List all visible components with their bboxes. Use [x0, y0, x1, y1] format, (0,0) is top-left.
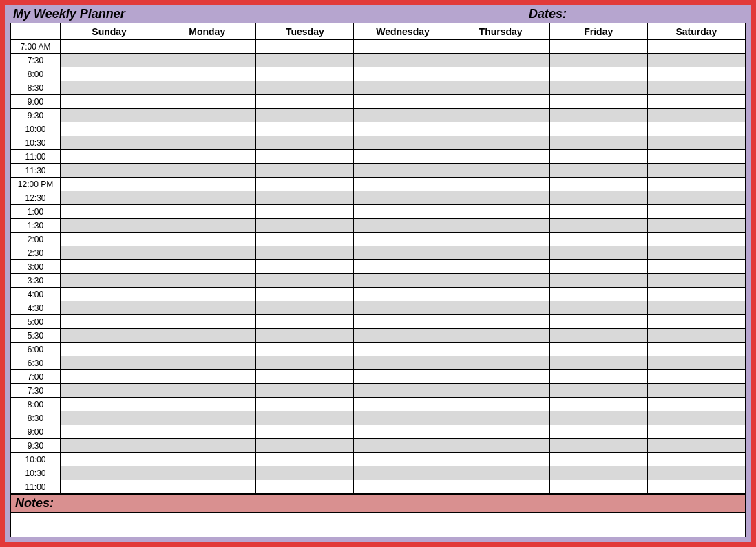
planner-cell[interactable]: [354, 81, 452, 95]
planner-cell[interactable]: [61, 480, 158, 494]
planner-cell[interactable]: [549, 233, 647, 246]
planner-cell[interactable]: [158, 480, 256, 494]
planner-cell[interactable]: [256, 136, 354, 150]
planner-cell[interactable]: [354, 219, 452, 233]
planner-cell[interactable]: [158, 205, 256, 219]
planner-cell[interactable]: [549, 40, 647, 54]
planner-cell[interactable]: [256, 384, 354, 398]
planner-cell[interactable]: [256, 246, 354, 260]
planner-cell[interactable]: [61, 219, 158, 233]
planner-cell[interactable]: [549, 205, 647, 219]
planner-cell[interactable]: [647, 384, 745, 398]
planner-cell[interactable]: [256, 219, 354, 233]
planner-cell[interactable]: [549, 164, 647, 178]
planner-cell[interactable]: [158, 466, 256, 480]
planner-cell[interactable]: [256, 122, 354, 136]
planner-cell[interactable]: [452, 205, 549, 219]
planner-cell[interactable]: [452, 81, 549, 95]
planner-cell[interactable]: [354, 439, 452, 453]
planner-cell[interactable]: [452, 136, 549, 150]
planner-cell[interactable]: [647, 480, 745, 494]
planner-cell[interactable]: [158, 233, 256, 246]
planner-cell[interactable]: [549, 356, 647, 370]
planner-cell[interactable]: [158, 260, 256, 274]
planner-cell[interactable]: [647, 150, 745, 164]
planner-cell[interactable]: [354, 370, 452, 384]
planner-cell[interactable]: [158, 315, 256, 329]
planner-cell[interactable]: [452, 219, 549, 233]
planner-cell[interactable]: [549, 81, 647, 95]
planner-cell[interactable]: [549, 67, 647, 81]
planner-cell[interactable]: [256, 398, 354, 411]
planner-cell[interactable]: [647, 233, 745, 246]
planner-cell[interactable]: [549, 370, 647, 384]
planner-cell[interactable]: [452, 274, 549, 288]
planner-cell[interactable]: [256, 288, 354, 301]
planner-cell[interactable]: [256, 370, 354, 384]
planner-cell[interactable]: [256, 411, 354, 425]
planner-cell[interactable]: [256, 95, 354, 109]
planner-cell[interactable]: [256, 109, 354, 122]
planner-cell[interactable]: [452, 288, 549, 301]
planner-cell[interactable]: [256, 439, 354, 453]
planner-cell[interactable]: [354, 398, 452, 411]
planner-cell[interactable]: [549, 136, 647, 150]
planner-cell[interactable]: [647, 81, 745, 95]
planner-cell[interactable]: [549, 178, 647, 191]
planner-cell[interactable]: [452, 122, 549, 136]
planner-cell[interactable]: [549, 95, 647, 109]
planner-cell[interactable]: [452, 95, 549, 109]
planner-cell[interactable]: [256, 343, 354, 356]
planner-cell[interactable]: [647, 246, 745, 260]
planner-cell[interactable]: [61, 136, 158, 150]
planner-cell[interactable]: [354, 288, 452, 301]
planner-cell[interactable]: [158, 150, 256, 164]
planner-cell[interactable]: [354, 260, 452, 274]
planner-cell[interactable]: [61, 315, 158, 329]
planner-cell[interactable]: [158, 329, 256, 343]
planner-cell[interactable]: [549, 260, 647, 274]
planner-cell[interactable]: [61, 81, 158, 95]
planner-cell[interactable]: [549, 425, 647, 439]
planner-cell[interactable]: [647, 67, 745, 81]
planner-cell[interactable]: [647, 301, 745, 315]
planner-cell[interactable]: [647, 191, 745, 205]
planner-cell[interactable]: [61, 288, 158, 301]
planner-cell[interactable]: [549, 109, 647, 122]
planner-cell[interactable]: [158, 54, 256, 67]
planner-cell[interactable]: [452, 329, 549, 343]
planner-cell[interactable]: [452, 466, 549, 480]
planner-cell[interactable]: [549, 411, 647, 425]
planner-cell[interactable]: [647, 164, 745, 178]
planner-cell[interactable]: [354, 356, 452, 370]
planner-cell[interactable]: [61, 164, 158, 178]
planner-cell[interactable]: [158, 384, 256, 398]
planner-cell[interactable]: [452, 40, 549, 54]
planner-cell[interactable]: [158, 191, 256, 205]
planner-cell[interactable]: [647, 398, 745, 411]
planner-cell[interactable]: [549, 274, 647, 288]
planner-cell[interactable]: [647, 288, 745, 301]
planner-cell[interactable]: [61, 301, 158, 315]
planner-cell[interactable]: [647, 356, 745, 370]
planner-cell[interactable]: [452, 398, 549, 411]
planner-cell[interactable]: [61, 411, 158, 425]
planner-cell[interactable]: [549, 466, 647, 480]
planner-cell[interactable]: [61, 54, 158, 67]
planner-cell[interactable]: [354, 301, 452, 315]
planner-cell[interactable]: [61, 453, 158, 466]
planner-cell[interactable]: [158, 343, 256, 356]
planner-cell[interactable]: [256, 54, 354, 67]
planner-cell[interactable]: [61, 370, 158, 384]
planner-cell[interactable]: [452, 191, 549, 205]
planner-cell[interactable]: [256, 301, 354, 315]
planner-cell[interactable]: [354, 480, 452, 494]
planner-cell[interactable]: [158, 178, 256, 191]
planner-cell[interactable]: [61, 398, 158, 411]
planner-cell[interactable]: [354, 109, 452, 122]
planner-cell[interactable]: [647, 315, 745, 329]
planner-cell[interactable]: [61, 246, 158, 260]
planner-cell[interactable]: [549, 439, 647, 453]
planner-cell[interactable]: [158, 453, 256, 466]
planner-cell[interactable]: [647, 219, 745, 233]
